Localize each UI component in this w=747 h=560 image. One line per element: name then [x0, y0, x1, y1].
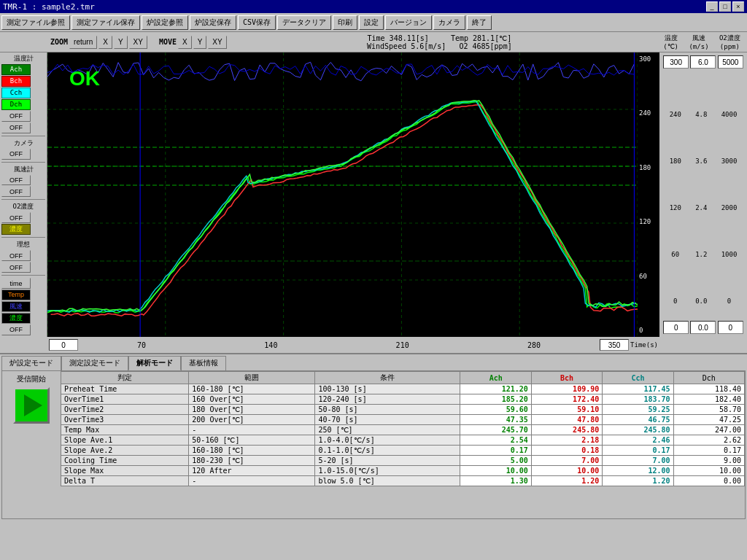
chart-info: Time 348.11[s] Temp 281.1[℃] WindSpeed 5…: [228, 34, 651, 50]
menu-item[interactable]: データクリア: [277, 15, 331, 30]
cch-button[interactable]: Cch: [1, 88, 31, 98]
off1-button[interactable]: OFF: [1, 111, 31, 122]
maximize-button[interactable]: □: [719, 1, 731, 12]
play-icon: [24, 394, 42, 416]
menu-item[interactable]: 炉設定保存: [190, 15, 236, 30]
main-chart: [47, 52, 638, 337]
wind-max-input[interactable]: [690, 55, 716, 69]
zoom-x-btn[interactable]: X: [98, 36, 112, 49]
close-button[interactable]: ×: [732, 1, 744, 12]
wind-info: WindSpeed 5.6[m/s]: [367, 42, 446, 50]
menu-item[interactable]: 測定ファイル参照: [1, 15, 70, 30]
y-0: 0: [639, 327, 658, 334]
cam-off-button[interactable]: OFF: [1, 149, 31, 160]
zoom-bar: ZOOM return X Y XY MOVE X Y XY: [49, 34, 228, 50]
tab-0[interactable]: 炉設定モード: [1, 356, 61, 370]
menu-item[interactable]: バージョン: [385, 15, 432, 30]
x-end-input[interactable]: [600, 339, 629, 351]
divider3: [1, 199, 45, 200]
divider5: [1, 275, 45, 276]
ideal-off2-button[interactable]: OFF: [1, 262, 31, 273]
table-row: OverTime3200 Over[℃]40-70 [s]47.3547.804…: [61, 415, 745, 425]
move-x-btn[interactable]: X: [178, 36, 192, 49]
temp-scale: 240 180 120 60 0: [670, 71, 681, 305]
wind-off1-button[interactable]: OFF: [1, 175, 31, 186]
start-button[interactable]: [13, 387, 50, 424]
move-y-btn[interactable]: Y: [193, 36, 207, 49]
menu-item[interactable]: カメラ: [433, 15, 465, 30]
right-panel: 240 180 120 60 0 4.8 3.6 2.4 1.2 0.0 400…: [659, 52, 747, 337]
zoom-xy-btn[interactable]: XY: [129, 36, 147, 49]
menu-item[interactable]: 炉設定参照: [142, 15, 188, 30]
o2-scale: 4000 3000 2000 1000 0: [721, 71, 738, 305]
title-bar: TMR-1 : sample2.tmr _ □ ×: [0, 0, 747, 13]
table-row: Temp Max-250 [℃]245.70245.80245.80247.00: [61, 425, 745, 435]
menu-item[interactable]: 終了: [467, 15, 492, 30]
move-label: MOVE: [159, 38, 177, 46]
wind-scale: 4.8 3.6 2.4 1.2 0.0: [695, 71, 707, 305]
move-xy-btn[interactable]: XY: [208, 36, 226, 49]
o2-max-input[interactable]: [718, 55, 743, 69]
wind-min-input[interactable]: [690, 321, 716, 334]
temp-button[interactable]: Temp: [1, 289, 31, 300]
table-row: OverTime1160 Over[℃]120-240 [s]185.20172…: [61, 394, 745, 405]
bottom-panel: 炉設定モード測定設定モード解析モード基板情報 受信開始 判定範囲条件AchBch…: [0, 353, 747, 521]
table-row: Slope Ave.2160-180 [℃]0.1-1.0[℃/s]0.170.…: [61, 446, 745, 456]
noud2-button[interactable]: 濃度: [1, 313, 31, 324]
x-start-input[interactable]: [49, 339, 78, 351]
minimize-button[interactable]: _: [706, 1, 718, 12]
temp-section-label: 温度計: [1, 54, 45, 63]
wind-label: 風速計: [1, 165, 45, 174]
data-table: 判定範囲条件AchBchCchDchPreheat Time160-180 [℃…: [61, 371, 745, 518]
divider4: [1, 237, 45, 238]
time-button[interactable]: time: [1, 278, 31, 289]
tab-2[interactable]: 解析モード: [128, 356, 181, 370]
x-axis-bar: 70140210280 Time(s): [0, 337, 747, 353]
analysis-table: 判定範囲条件AchBchCchDchPreheat Time160-180 [℃…: [61, 371, 745, 486]
temp-axis-label: 温度(℃): [663, 34, 678, 50]
ok-label: OK: [69, 67, 100, 90]
zoom-y-btn[interactable]: Y: [114, 36, 128, 49]
menu-item[interactable]: 印刷: [333, 15, 357, 30]
noudo-button[interactable]: 濃度: [1, 224, 31, 235]
menu-item[interactable]: 測定ファイル保存: [71, 15, 140, 30]
last-off-button[interactable]: OFF: [1, 324, 31, 335]
o2-axis-label: O2濃度(ppm): [719, 34, 740, 50]
chart-area: OK 300 240 180 120 60 0: [47, 52, 659, 337]
window-controls: _ □ ×: [706, 1, 744, 12]
y-180: 180: [639, 164, 658, 171]
zoom-return-btn[interactable]: return: [69, 36, 97, 49]
menu-item[interactable]: 設定: [359, 15, 384, 30]
tab-3[interactable]: 基板情報: [181, 356, 226, 370]
dch-button[interactable]: Dch: [1, 99, 31, 110]
wind-off2-button[interactable]: OFF: [1, 186, 31, 197]
y-axis-right: 300 240 180 120 60 0: [638, 52, 659, 337]
start-label: 受信開始: [17, 374, 46, 384]
temp-info: Temp 281.1[℃]: [451, 34, 511, 42]
o2-off-button[interactable]: OFF: [1, 212, 31, 223]
table-row: Preheat Time160-180 [℃]100-130 [s]121.20…: [61, 384, 745, 394]
off2-button[interactable]: OFF: [1, 122, 31, 133]
table-row: Delta T-blow 5.0 [℃]1.301.201.200.00: [61, 476, 745, 486]
y-240: 240: [639, 109, 658, 117]
tab-1[interactable]: 測定設定モード: [61, 356, 128, 370]
temp-max-input[interactable]: [663, 55, 689, 69]
y-60: 60: [639, 273, 658, 280]
time-unit-label: Time(s): [630, 341, 658, 349]
tab-content: 受信開始 判定範囲条件AchBchCchDchPreheat Time160-1…: [1, 370, 746, 519]
o2-min-input[interactable]: [718, 321, 743, 334]
data-section: 受信開始 判定範囲条件AchBchCchDchPreheat Time160-1…: [2, 371, 745, 518]
ideal-off1-button[interactable]: OFF: [1, 250, 31, 261]
temp-min-input[interactable]: [663, 321, 689, 334]
main-area: 温度計 Ach Bch Cch Dch OFF OFF カメラ OFF 風速計 …: [0, 52, 747, 337]
y-scale-values: 240 180 120 60 0 4.8 3.6 2.4 1.2 0.0 400…: [662, 71, 744, 318]
ach-button[interactable]: Ach: [1, 64, 31, 75]
wind2-button[interactable]: 風速: [1, 301, 31, 312]
y-300: 300: [639, 55, 658, 63]
zoom-label: ZOOM: [50, 38, 68, 46]
bch-button[interactable]: Bch: [1, 76, 31, 87]
menu-item[interactable]: CSV保存: [238, 15, 276, 30]
camera-label: カメラ: [1, 139, 45, 148]
left-panel: 温度計 Ach Bch Cch Dch OFF OFF カメラ OFF 風速計 …: [0, 52, 47, 337]
table-row: Cooling Time180-230 [℃]5-20 [s]5.007.007…: [61, 456, 745, 466]
